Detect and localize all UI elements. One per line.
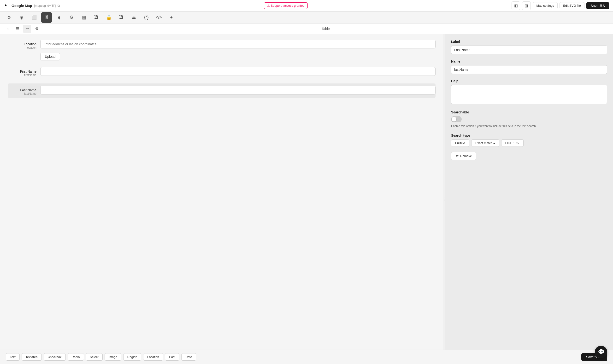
resize-handle[interactable]: ⋮ <box>443 34 445 364</box>
search-type-section: Search type Fulltext Exact match = LIKE … <box>451 134 607 147</box>
toolbar2-title: Table <box>42 27 609 31</box>
name-heading: Name <box>451 59 607 63</box>
chat-icon: 💬 <box>598 349 604 355</box>
field-type-region[interactable]: Region <box>123 353 141 361</box>
copy-icon[interactable]: ⧉ <box>58 4 60 8</box>
toolbar-image-icon[interactable]: 🖼 <box>116 12 127 23</box>
app-title: Google Map <box>12 4 32 8</box>
remove-icon: 🗑 <box>456 154 459 158</box>
toolbar-code-icon[interactable]: </> <box>154 12 164 23</box>
toolbar-ai-icon[interactable]: ✦ <box>166 12 177 23</box>
location-input[interactable] <box>40 40 436 48</box>
toolbar-google-icon[interactable]: G <box>66 12 77 23</box>
map-settings-button[interactable]: Map settings <box>533 2 558 9</box>
location-sublabel: location <box>8 46 37 49</box>
help-heading: Help <box>451 79 607 83</box>
back-icon[interactable]: ‹ <box>4 25 12 33</box>
field-type-textarea[interactable]: Textarea <box>22 353 42 361</box>
top-bar-actions: ◧ ◨ Map settings Edit SVG file Save ⌘S <box>511 1 609 10</box>
search-type-row: Fulltext Exact match = LIKE '...%' <box>451 139 607 147</box>
toolbar-region-icon[interactable]: ⬜ <box>29 12 39 23</box>
upload-button[interactable]: Upload <box>40 53 60 60</box>
search-type-heading: Search type <box>451 134 607 137</box>
field-type-select[interactable]: Select <box>86 353 103 361</box>
help-textarea[interactable] <box>451 85 607 104</box>
right-panel: Label Name Help Searchable Enable this o… <box>445 34 613 364</box>
chat-bubble[interactable]: 💬 <box>595 346 607 358</box>
toolbar1: ⚙ ◉ ⬜ 🗄 ⧫ G ▦ 🖼 🔒 🖼 ⏏ {*} </> ✦ <box>0 12 613 24</box>
field-type-text[interactable]: Text <box>6 353 20 361</box>
save-button[interactable]: Save ⌘S <box>586 2 609 9</box>
lastname-label-col: Last Name lastName <box>8 86 37 95</box>
list-icon[interactable]: ☰ <box>13 25 22 33</box>
toolbar-layout-icon[interactable]: ▦ <box>79 12 89 23</box>
field-type-post[interactable]: Post <box>165 353 179 361</box>
firstname-input[interactable] <box>40 67 436 76</box>
edit-icon[interactable]: ✏ <box>23 25 31 33</box>
toolbar2: ‹ ☰ ✏ ⚙ Table <box>0 24 613 34</box>
toolbar-media-icon[interactable]: 🖼 <box>91 12 102 23</box>
top-bar-center: ⚠ Support: access granted <box>264 2 308 9</box>
name-section: Name <box>451 59 607 74</box>
location-label: Location <box>8 42 37 46</box>
field-type-location[interactable]: Location <box>143 353 163 361</box>
edit-svg-button[interactable]: Edit SVG file <box>560 2 585 9</box>
left-panel: Location location Upload First Name firs… <box>0 34 443 364</box>
field-type-checkbox[interactable]: Checkbox <box>44 353 66 361</box>
name-input[interactable] <box>451 65 607 74</box>
firstname-label-col: First Name firstName <box>8 67 37 77</box>
lastname-label: Last Name <box>8 88 37 92</box>
firstname-label: First Name <box>8 70 37 73</box>
panel-right-button[interactable]: ◨ <box>522 1 531 10</box>
searchable-section: Searchable Enable this option if you wan… <box>451 110 607 128</box>
toggle-wrap <box>451 116 607 122</box>
toolbar-style-icon[interactable]: ◉ <box>16 12 27 23</box>
toggle-thumb <box>452 117 456 122</box>
toolbar-lock-icon[interactable]: 🔒 <box>104 12 114 23</box>
lastname-input[interactable] <box>40 86 436 94</box>
location-input-col: Upload <box>40 40 436 60</box>
searchable-heading: Searchable <box>451 110 607 114</box>
app-logo: ▲ <box>4 3 10 9</box>
help-section: Help <box>451 79 607 105</box>
label-heading: Label <box>451 40 607 44</box>
remove-label: Remove <box>460 154 472 158</box>
panel-left-button[interactable]: ◧ <box>511 1 520 10</box>
location-field-row: Location location Upload <box>8 40 436 60</box>
lastname-sublabel: lastName <box>8 92 37 95</box>
firstname-sublabel: firstName <box>8 73 37 77</box>
toolbar-settings-icon[interactable]: ⚙ <box>4 12 14 23</box>
field-type-date[interactable]: Date <box>181 353 196 361</box>
field-type-image[interactable]: Image <box>104 353 121 361</box>
lastname-field-row: Last Name lastName <box>8 83 436 98</box>
fulltext-button[interactable]: Fulltext <box>451 139 469 147</box>
top-bar: ▲ Google Map [mapsvg id="5"] ⧉ ⚠ Support… <box>0 0 613 12</box>
map-id: [mapsvg id="5"] <box>34 4 56 7</box>
like-button[interactable]: LIKE '...%' <box>501 139 523 147</box>
app-identity: ▲ Google Map [mapsvg id="5"] ⧉ <box>4 3 60 9</box>
toolbar-layers-icon[interactable]: ⏏ <box>129 12 139 23</box>
toolbar-filter-icon[interactable]: ⧫ <box>54 12 64 23</box>
searchable-hint: Enable this option if you want to includ… <box>451 124 607 128</box>
toolbar-data-icon[interactable]: 🗄 <box>41 12 52 23</box>
toolbar-dynamic-icon[interactable]: {*} <box>141 12 152 23</box>
label-input[interactable] <box>451 46 607 54</box>
exact-match-button[interactable]: Exact match = <box>471 139 499 147</box>
location-label-col: Location location <box>8 40 37 49</box>
remove-section: 🗑 Remove <box>451 152 607 160</box>
settings-icon[interactable]: ⚙ <box>33 25 41 33</box>
firstname-input-col <box>40 67 436 76</box>
remove-button[interactable]: 🗑 Remove <box>451 152 476 160</box>
label-section: Label <box>451 40 607 54</box>
lastname-input-col <box>40 86 436 94</box>
bottom-bar: Text Textarea Checkbox Radio Select Imag… <box>0 350 613 364</box>
support-button[interactable]: ⚠ Support: access granted <box>264 2 308 9</box>
searchable-toggle[interactable] <box>451 116 462 122</box>
firstname-field-row: First Name firstName <box>8 67 436 77</box>
main-content: Location location Upload First Name firs… <box>0 34 613 364</box>
field-type-radio[interactable]: Radio <box>68 353 84 361</box>
